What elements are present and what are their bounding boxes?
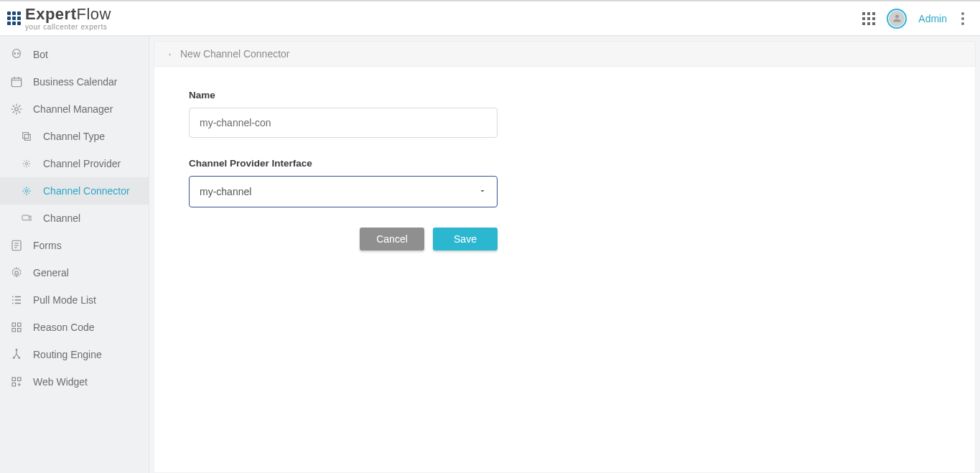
logo-text-flow: Flow [76, 5, 111, 23]
breadcrumb-chevron-icon [167, 48, 173, 60]
svg-rect-0 [11, 78, 22, 87]
sidebar-item-channel-connector[interactable]: Channel Connector [0, 177, 149, 205]
svg-rect-10 [18, 323, 22, 327]
channel-provider-icon [20, 157, 33, 170]
chevron-down-icon [129, 268, 139, 278]
widget-icon [10, 375, 23, 388]
apps-grid-icon[interactable] [862, 12, 875, 25]
sidebar-item-reason-code[interactable]: Reason Code [0, 314, 149, 341]
breadcrumb-current: New Channel Connector [180, 48, 290, 60]
logo-text-expert: Expert [25, 5, 76, 23]
user-name-label[interactable]: Admin [918, 13, 947, 24]
calendar-icon [10, 75, 23, 88]
channel-connector-icon [20, 184, 33, 197]
sidebar-item-channel-type[interactable]: Channel Type [0, 123, 149, 150]
svg-rect-17 [18, 378, 22, 381]
svg-point-15 [19, 357, 20, 358]
name-input[interactable] [189, 108, 498, 138]
sidebar-item-forms[interactable]: Forms [0, 232, 149, 259]
user-avatar[interactable] [887, 9, 907, 29]
svg-point-8 [15, 271, 19, 275]
name-label: Name [189, 90, 941, 100]
sidebar-item-web-widget[interactable]: Web Widget [0, 368, 149, 395]
sidebar: Bot Business Calendar Channel Manager Ch… [0, 37, 149, 473]
svg-rect-12 [18, 329, 22, 332]
sidebar-item-label: Business Calendar [33, 76, 139, 88]
bot-icon [10, 48, 23, 61]
chevron-up-icon [129, 104, 139, 114]
sidebar-item-channel-provider[interactable]: Channel Provider [0, 150, 149, 177]
gear-icon [10, 266, 23, 279]
sidebar-item-label: Reason Code [33, 322, 139, 333]
sidebar-item-general[interactable]: General [0, 259, 149, 286]
svg-rect-6 [22, 215, 29, 220]
app-header: ExpertFlow your callcenter experts Admin [0, 1, 980, 36]
sidebar-item-label: Forms [33, 240, 139, 251]
cpi-select-value: my-channel [200, 186, 251, 197]
collapse-sidebar-icon[interactable] [10, 449, 23, 464]
dropdown-arrow-icon [478, 186, 487, 197]
sidebar-item-label: General [33, 267, 118, 278]
save-button[interactable]: Save [433, 228, 498, 250]
svg-point-4 [25, 162, 27, 164]
sidebar-item-routing-engine[interactable]: Routing Engine [0, 341, 149, 368]
routing-icon [10, 348, 23, 361]
sidebar-item-channel[interactable]: Channel [0, 205, 149, 232]
sidebar-item-label: Bot [33, 49, 139, 60]
logo-tagline: your callcenter experts [25, 24, 111, 31]
logo-mark-icon [7, 11, 21, 25]
avatar-icon [889, 11, 905, 27]
svg-rect-16 [12, 378, 16, 381]
svg-rect-2 [23, 133, 29, 139]
logo-text: ExpertFlow [25, 6, 111, 22]
channel-manager-icon [10, 103, 23, 116]
svg-rect-3 [24, 134, 30, 140]
svg-point-5 [25, 189, 27, 192]
form-panel: Name Channel Provider Interface my-chann… [154, 67, 976, 473]
sidebar-item-label: Web Widget [33, 376, 139, 388]
svg-rect-18 [12, 383, 16, 387]
sidebar-item-label: Routing Engine [33, 349, 118, 360]
svg-point-14 [13, 357, 14, 358]
channel-type-icon [20, 130, 33, 143]
cancel-button[interactable]: Cancel [360, 228, 424, 250]
more-menu-icon[interactable] [958, 9, 967, 28]
sidebar-item-label: Channel [43, 212, 139, 224]
breadcrumb: New Channel Connector [154, 41, 976, 67]
cpi-label: Channel Provider Interface [189, 158, 941, 169]
chevron-down-icon [129, 350, 139, 360]
channel-icon [20, 212, 33, 225]
sidebar-item-bot[interactable]: Bot [0, 41, 149, 68]
sidebar-item-channel-manager[interactable]: Channel Manager [0, 95, 149, 123]
svg-point-1 [15, 108, 19, 111]
grid-icon [10, 321, 23, 334]
sidebar-item-business-calendar[interactable]: Business Calendar [0, 68, 149, 95]
logo: ExpertFlow your callcenter experts [7, 6, 111, 31]
sidebar-item-pull-mode-list[interactable]: Pull Mode List [0, 286, 149, 314]
list-icon [10, 294, 23, 306]
sidebar-item-label: Channel Type [43, 131, 139, 142]
svg-point-13 [16, 349, 17, 350]
forms-icon [10, 239, 23, 252]
sidebar-item-label: Channel Connector [43, 185, 139, 197]
sidebar-item-label: Pull Mode List [33, 294, 139, 306]
sidebar-item-label: Channel Manager [33, 103, 118, 115]
svg-rect-9 [12, 323, 16, 327]
sidebar-item-label: Channel Provider [43, 158, 139, 169]
svg-rect-11 [12, 329, 16, 332]
cpi-select[interactable]: my-channel [189, 176, 498, 207]
